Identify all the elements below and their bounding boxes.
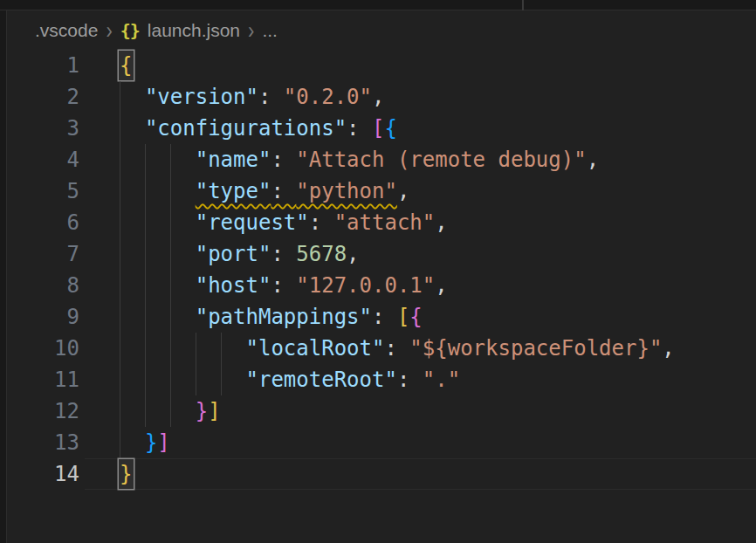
code-line[interactable]: 14} — [8, 458, 756, 490]
code-line[interactable]: 4 "name": "Attach (remote debug)", — [8, 144, 756, 175]
token-b2: [ — [372, 116, 384, 141]
token-pun: , — [435, 273, 447, 298]
code-line[interactable]: 8 "host": "127.0.0.1", — [8, 270, 756, 301]
token-b1: ] — [208, 399, 220, 423]
token-str: "127.0.0.1" — [296, 273, 435, 298]
token-b3: { — [384, 116, 396, 141]
token-ws — [120, 242, 196, 266]
line-number[interactable]: 8 — [8, 270, 79, 301]
tab-divider — [522, 0, 524, 10]
token-b2: ] — [157, 430, 169, 455]
indent-guide — [170, 207, 171, 238]
token-ws — [120, 430, 145, 455]
breadcrumb-folder[interactable]: .vscode — [35, 20, 98, 41]
indent-guide — [120, 207, 120, 238]
token-str: "0.2.0" — [284, 85, 372, 109]
token-b2: } — [196, 399, 208, 423]
indent-guide — [120, 301, 120, 333]
indent-guide — [145, 270, 146, 301]
token-key: "request" — [196, 210, 309, 235]
indent-guide — [145, 395, 146, 427]
token-pun: , — [347, 242, 359, 266]
code-content: } — [79, 458, 756, 490]
token-ws — [120, 148, 196, 172]
line-number[interactable]: 1 — [8, 50, 79, 81]
code-content: "type": "python", — [79, 175, 756, 207]
code-area: 1{2 "version": "0.2.0",3 "configurations… — [8, 50, 756, 490]
indent-guide — [170, 238, 171, 270]
token-ws — [120, 336, 246, 361]
line-number[interactable]: 7 — [8, 238, 79, 270]
breadcrumb-symbol[interactable]: ... — [262, 20, 278, 41]
code-line[interactable]: 11 "remoteRoot": "." — [8, 364, 756, 395]
token-key: "version" — [145, 85, 258, 109]
code-line[interactable]: 12 }] — [8, 395, 756, 427]
code-line[interactable]: 9 "pathMappings": [{ — [8, 301, 756, 333]
indent-guide — [145, 364, 146, 395]
breadcrumb: .vscode › {} launch.json › ... — [8, 10, 756, 50]
indent-guide — [120, 427, 120, 458]
token-pun: : — [397, 368, 423, 392]
code-content: "version": "0.2.0", — [79, 81, 756, 113]
line-number[interactable]: 12 — [8, 395, 79, 427]
token-pun: , — [587, 148, 599, 172]
indent-guide — [196, 333, 196, 364]
token-ws — [120, 399, 196, 423]
line-number[interactable]: 3 — [8, 113, 79, 144]
token-pun: , — [397, 179, 409, 203]
line-number[interactable]: 11 — [8, 364, 79, 395]
token-b3: } — [145, 430, 157, 455]
line-number[interactable]: 9 — [8, 301, 79, 333]
warning-token: "type" — [196, 179, 271, 203]
breadcrumb-file[interactable]: launch.json — [148, 20, 240, 41]
token-key: "name" — [196, 148, 271, 172]
warning-token: "python" — [296, 179, 397, 203]
code-content: "localRoot": "${workspaceFolder}", — [79, 333, 756, 364]
code-line[interactable]: 7 "port": 5678, — [8, 238, 756, 270]
token-str: "attach" — [334, 210, 436, 235]
indent-guide — [120, 333, 120, 364]
token-key: "configurations" — [145, 116, 347, 141]
line-number[interactable]: 2 — [8, 81, 79, 113]
code-line[interactable]: 3 "configurations": [{ — [8, 113, 756, 144]
token-str: "." — [423, 368, 460, 392]
token-num: 5678 — [296, 242, 347, 266]
line-number[interactable]: 14 — [8, 458, 79, 490]
indent-guide — [120, 113, 120, 144]
line-number[interactable]: 10 — [8, 333, 79, 364]
editor-pane: .vscode › {} launch.json › ... 1{2 "vers… — [8, 10, 756, 543]
chevron-right-icon: › — [98, 16, 120, 45]
token-pun: , — [372, 85, 384, 109]
token-ws — [120, 305, 196, 329]
token-key: "host" — [196, 273, 271, 298]
token-ws — [120, 179, 196, 203]
code-line[interactable]: 5 "type": "python", — [8, 175, 756, 207]
code-content: "port": 5678, — [79, 238, 756, 270]
token-pun: : — [384, 336, 409, 361]
code-line[interactable]: 10 "localRoot": "${workspaceFolder}", — [8, 333, 756, 364]
indent-guide — [120, 144, 120, 175]
line-number[interactable]: 13 — [8, 427, 79, 458]
code-content: "remoteRoot": "." — [79, 364, 756, 395]
indent-guide — [120, 395, 120, 427]
code-line[interactable]: 13 }] — [8, 427, 756, 458]
token-pun: : — [258, 85, 284, 109]
indent-guide — [221, 364, 222, 395]
code-content: "pathMappings": [{ — [79, 301, 756, 333]
sidebar-edge — [0, 0, 7, 543]
code-line[interactable]: 1{ — [8, 50, 756, 81]
token-pun: : — [271, 148, 296, 172]
line-number[interactable]: 4 — [8, 144, 79, 175]
line-number[interactable]: 6 — [8, 207, 79, 238]
indent-guide — [170, 144, 171, 175]
indent-guide — [170, 175, 171, 207]
line-number[interactable]: 5 — [8, 175, 79, 207]
token-ws — [120, 210, 196, 235]
code-line[interactable]: 6 "request": "attach", — [8, 207, 756, 238]
code-line[interactable]: 2 "version": "0.2.0", — [8, 81, 756, 113]
indent-guide — [170, 364, 171, 395]
indent-guide — [145, 301, 146, 333]
code-content: "host": "127.0.0.1", — [79, 270, 756, 301]
indent-guide — [170, 301, 171, 333]
token-pun: , — [662, 336, 674, 361]
